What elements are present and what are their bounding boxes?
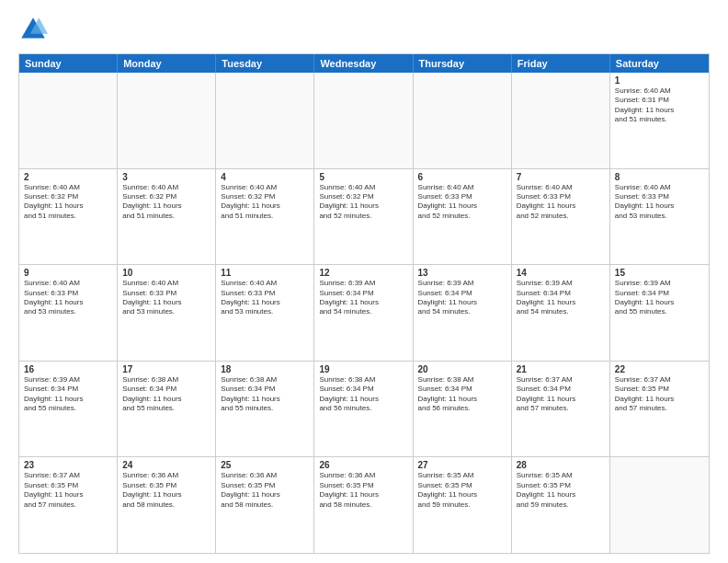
cell-text: Sunrise: 6:40 AM Sunset: 6:33 PM Dayligh…	[517, 183, 605, 222]
day-number: 6	[418, 172, 506, 182]
day-number: 14	[517, 268, 605, 278]
cell-text: Sunrise: 6:39 AM Sunset: 6:34 PM Dayligh…	[24, 375, 112, 414]
day-number: 25	[221, 460, 309, 470]
day-number: 13	[418, 268, 506, 278]
header-day: Thursday	[414, 54, 512, 73]
day-number: 12	[319, 268, 407, 278]
calendar-cell: 15Sunrise: 6:39 AM Sunset: 6:34 PM Dayli…	[610, 265, 709, 361]
cell-text: Sunrise: 6:38 AM Sunset: 6:34 PM Dayligh…	[418, 375, 506, 414]
calendar-cell: 22Sunrise: 6:37 AM Sunset: 6:35 PM Dayli…	[610, 362, 709, 457]
calendar-cell: 7Sunrise: 6:40 AM Sunset: 6:33 PM Daylig…	[512, 169, 610, 265]
calendar-cell: 20Sunrise: 6:38 AM Sunset: 6:34 PM Dayli…	[414, 362, 512, 457]
day-number: 10	[122, 268, 210, 278]
calendar-body: 1Sunrise: 6:40 AM Sunset: 6:31 PM Daylig…	[19, 73, 709, 553]
calendar-cell: 16Sunrise: 6:39 AM Sunset: 6:34 PM Dayli…	[19, 362, 118, 457]
calendar-row: 23Sunrise: 6:37 AM Sunset: 6:35 PM Dayli…	[19, 456, 709, 553]
calendar-row: 2Sunrise: 6:40 AM Sunset: 6:32 PM Daylig…	[19, 168, 709, 265]
calendar-cell: 1Sunrise: 6:40 AM Sunset: 6:31 PM Daylig…	[610, 73, 709, 168]
cell-text: Sunrise: 6:39 AM Sunset: 6:34 PM Dayligh…	[517, 279, 605, 317]
day-number: 2	[24, 172, 112, 182]
header	[18, 15, 710, 44]
cell-text: Sunrise: 6:39 AM Sunset: 6:34 PM Dayligh…	[615, 279, 704, 317]
calendar-cell: 11Sunrise: 6:40 AM Sunset: 6:33 PM Dayli…	[216, 265, 314, 361]
calendar-cell: 28Sunrise: 6:35 AM Sunset: 6:35 PM Dayli…	[512, 457, 610, 553]
cell-text: Sunrise: 6:36 AM Sunset: 6:35 PM Dayligh…	[122, 471, 210, 510]
cell-text: Sunrise: 6:36 AM Sunset: 6:35 PM Dayligh…	[221, 471, 309, 510]
day-number: 24	[122, 460, 210, 470]
logo-icon	[18, 15, 48, 44]
calendar-cell: 21Sunrise: 6:37 AM Sunset: 6:34 PM Dayli…	[512, 362, 610, 457]
day-number: 21	[517, 364, 605, 374]
calendar-row: 16Sunrise: 6:39 AM Sunset: 6:34 PM Dayli…	[19, 361, 709, 457]
day-number: 4	[221, 172, 309, 182]
calendar-cell	[314, 73, 413, 168]
calendar-cell: 3Sunrise: 6:40 AM Sunset: 6:32 PM Daylig…	[118, 169, 216, 265]
day-number: 5	[319, 172, 407, 182]
day-number: 22	[615, 364, 704, 374]
cell-text: Sunrise: 6:37 AM Sunset: 6:35 PM Dayligh…	[24, 471, 112, 510]
day-number: 15	[615, 268, 704, 278]
cell-text: Sunrise: 6:40 AM Sunset: 6:32 PM Dayligh…	[221, 183, 309, 222]
header-day: Sunday	[19, 54, 118, 73]
day-number: 7	[517, 172, 605, 182]
cell-text: Sunrise: 6:40 AM Sunset: 6:32 PM Dayligh…	[122, 183, 210, 222]
page: SundayMondayTuesdayWednesdayThursdayFrid…	[0, 0, 728, 563]
cell-text: Sunrise: 6:35 AM Sunset: 6:35 PM Dayligh…	[517, 471, 605, 510]
cell-text: Sunrise: 6:38 AM Sunset: 6:34 PM Dayligh…	[122, 375, 210, 414]
day-number: 20	[418, 364, 506, 374]
cell-text: Sunrise: 6:40 AM Sunset: 6:31 PM Dayligh…	[615, 86, 704, 125]
calendar-cell: 13Sunrise: 6:39 AM Sunset: 6:34 PM Dayli…	[414, 265, 512, 361]
calendar-cell: 23Sunrise: 6:37 AM Sunset: 6:35 PM Dayli…	[19, 457, 118, 553]
day-number: 1	[615, 75, 704, 86]
cell-text: Sunrise: 6:39 AM Sunset: 6:34 PM Dayligh…	[319, 279, 407, 317]
day-number: 18	[221, 364, 309, 374]
day-number: 28	[517, 460, 605, 470]
cell-text: Sunrise: 6:38 AM Sunset: 6:34 PM Dayligh…	[221, 375, 309, 414]
calendar-cell	[414, 73, 512, 168]
calendar-cell: 5Sunrise: 6:40 AM Sunset: 6:32 PM Daylig…	[314, 169, 413, 265]
day-number: 3	[122, 172, 210, 182]
cell-text: Sunrise: 6:40 AM Sunset: 6:33 PM Dayligh…	[24, 279, 112, 317]
day-number: 16	[24, 364, 112, 374]
cell-text: Sunrise: 6:40 AM Sunset: 6:32 PM Dayligh…	[319, 183, 407, 222]
calendar-cell: 12Sunrise: 6:39 AM Sunset: 6:34 PM Dayli…	[314, 265, 413, 361]
cell-text: Sunrise: 6:36 AM Sunset: 6:35 PM Dayligh…	[319, 471, 407, 510]
calendar-row: 9Sunrise: 6:40 AM Sunset: 6:33 PM Daylig…	[19, 264, 709, 361]
calendar-cell: 8Sunrise: 6:40 AM Sunset: 6:33 PM Daylig…	[610, 169, 709, 265]
cell-text: Sunrise: 6:40 AM Sunset: 6:32 PM Dayligh…	[24, 183, 112, 222]
calendar-cell: 9Sunrise: 6:40 AM Sunset: 6:33 PM Daylig…	[19, 265, 118, 361]
calendar-cell: 10Sunrise: 6:40 AM Sunset: 6:33 PM Dayli…	[118, 265, 216, 361]
calendar-cell	[216, 73, 314, 168]
calendar-cell: 4Sunrise: 6:40 AM Sunset: 6:32 PM Daylig…	[216, 169, 314, 265]
cell-text: Sunrise: 6:40 AM Sunset: 6:33 PM Dayligh…	[221, 279, 309, 317]
day-number: 27	[418, 460, 506, 470]
calendar-cell: 27Sunrise: 6:35 AM Sunset: 6:35 PM Dayli…	[414, 457, 512, 553]
calendar-header: SundayMondayTuesdayWednesdayThursdayFrid…	[19, 54, 709, 73]
calendar-cell	[610, 457, 709, 553]
day-number: 11	[221, 268, 309, 278]
calendar-cell: 26Sunrise: 6:36 AM Sunset: 6:35 PM Dayli…	[314, 457, 413, 553]
calendar-cell	[118, 73, 216, 168]
day-number: 26	[319, 460, 407, 470]
calendar-cell: 6Sunrise: 6:40 AM Sunset: 6:33 PM Daylig…	[414, 169, 512, 265]
cell-text: Sunrise: 6:40 AM Sunset: 6:33 PM Dayligh…	[122, 279, 210, 317]
header-day: Tuesday	[216, 54, 314, 73]
day-number: 9	[24, 268, 112, 278]
header-day: Saturday	[610, 54, 709, 73]
cell-text: Sunrise: 6:40 AM Sunset: 6:33 PM Dayligh…	[418, 183, 506, 222]
day-number: 17	[122, 364, 210, 374]
calendar-cell: 19Sunrise: 6:38 AM Sunset: 6:34 PM Dayli…	[314, 362, 413, 457]
cell-text: Sunrise: 6:38 AM Sunset: 6:34 PM Dayligh…	[319, 375, 407, 414]
cell-text: Sunrise: 6:39 AM Sunset: 6:34 PM Dayligh…	[418, 279, 506, 317]
day-number: 23	[24, 460, 112, 470]
calendar-cell: 14Sunrise: 6:39 AM Sunset: 6:34 PM Dayli…	[512, 265, 610, 361]
calendar-row: 1Sunrise: 6:40 AM Sunset: 6:31 PM Daylig…	[19, 73, 709, 168]
header-day: Wednesday	[314, 54, 413, 73]
logo	[18, 15, 51, 44]
header-day: Monday	[118, 54, 216, 73]
calendar-cell: 17Sunrise: 6:38 AM Sunset: 6:34 PM Dayli…	[118, 362, 216, 457]
day-number: 19	[319, 364, 407, 374]
calendar-cell: 2Sunrise: 6:40 AM Sunset: 6:32 PM Daylig…	[19, 169, 118, 265]
day-number: 8	[615, 172, 704, 182]
cell-text: Sunrise: 6:37 AM Sunset: 6:35 PM Dayligh…	[615, 375, 704, 414]
